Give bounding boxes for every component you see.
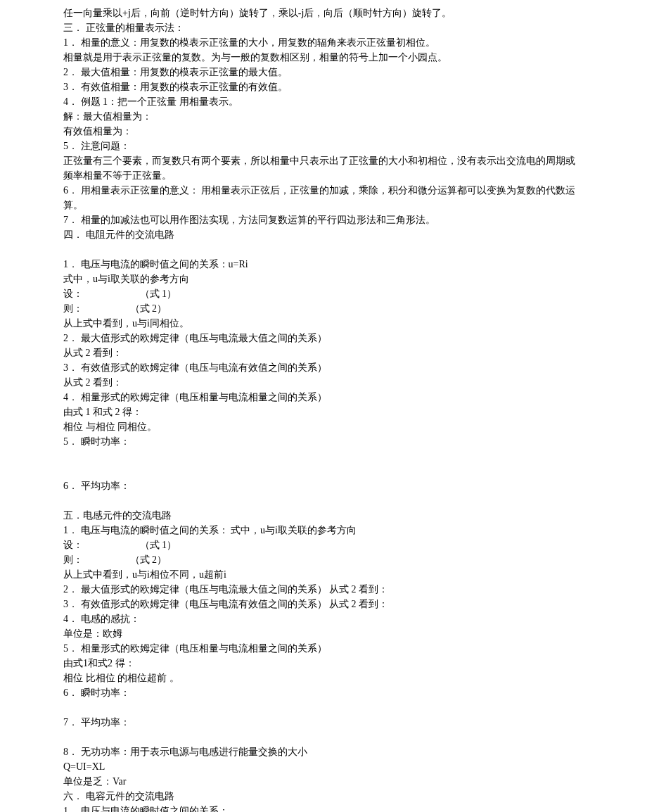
text-line: 设： （式 1）	[63, 286, 584, 301]
text-line: Q=UI=XL	[63, 759, 584, 774]
text-line: 由式1和式2 得：	[63, 656, 584, 671]
text-line	[63, 730, 584, 744]
text-line: 3． 有效值形式的欧姆定律（电压与电流有效值之间的关系）	[63, 360, 584, 375]
text-line: 从上式中看到，u与i同相位。	[63, 316, 584, 331]
text-line: 正弦量有三个要素，而复数只有两个要素，所以相量中只表示出了正弦量的大小和初相位，…	[63, 153, 584, 183]
text-line	[63, 449, 584, 464]
text-line: 有效值相量为：	[63, 124, 584, 139]
text-line: 6． 平均功率：	[63, 478, 584, 493]
text-line: 4． 相量形式的欧姆定律（电压相量与电流相量之间的关系）	[63, 390, 584, 405]
text-line	[63, 242, 584, 257]
document-content: 任一向量乘以+j后，向前（逆时针方向）旋转了，乘以-j后，向后（顺时针方向）旋转…	[63, 6, 584, 812]
text-line: 5． 瞬时功率：	[63, 434, 584, 449]
text-line: 四． 电阻元件的交流电路	[63, 227, 584, 242]
text-line: 6． 用相量表示正弦量的意义： 用相量表示正弦后，正弦量的加减，乘除，积分和微分…	[63, 183, 584, 212]
text-line: 8． 无功功率：用于表示电源与电感进行能量交换的大小	[63, 744, 584, 759]
text-line: 1． 电压与电流的瞬时值之间的关系：	[63, 804, 584, 812]
text-line: 式中，u与i取关联的参考方向	[63, 272, 584, 286]
text-line: 任一向量乘以+j后，向前（逆时针方向）旋转了，乘以-j后，向后（顺时针方向）旋转…	[63, 6, 584, 20]
text-line: 设： （式 1）	[63, 538, 584, 552]
text-line: 3． 有效值形式的欧姆定律（电压与电流有效值之间的关系） 从式 2 看到：	[63, 597, 584, 611]
text-line: 2． 最大值形式的欧姆定律（电压与电流最大值之间的关系） 从式 2 看到：	[63, 582, 584, 597]
text-line: 2． 最大值形式的欧姆定律（电压与电流最大值之间的关系）	[63, 331, 584, 345]
text-line: 相量就是用于表示正弦量的复数。为与一般的复数相区别，相量的符号上加一个小园点。	[63, 50, 584, 65]
text-line	[63, 464, 584, 478]
text-line: 单位是乏：Var	[63, 774, 584, 789]
text-line: 解：最大值相量为：	[63, 109, 584, 124]
text-line: 从式 2 看到：	[63, 345, 584, 360]
text-line: 五．电感元件的交流电路	[63, 508, 584, 523]
text-line: 三． 正弦量的相量表示法：	[63, 20, 584, 35]
text-line: 相位 比相位 的相位超前 。	[63, 671, 584, 685]
text-line: 1． 相量的意义：用复数的模表示正弦量的大小，用复数的辐角来表示正弦量初相位。	[63, 35, 584, 50]
text-line: 4． 例题 1：把一个正弦量 用相量表示。	[63, 94, 584, 109]
text-line: 由式 1 和式 2 得：	[63, 405, 584, 419]
text-line: 5． 相量形式的欧姆定律（电压相量与电流相量之间的关系）	[63, 641, 584, 656]
text-line: 7． 平均功率：	[63, 715, 584, 730]
text-line: 6． 瞬时功率：	[63, 685, 584, 700]
text-line: 1． 电压与电流的瞬时值之间的关系： 式中，u与i取关联的参考方向	[63, 523, 584, 538]
text-line: 单位是：欧姆	[63, 626, 584, 641]
text-line: 7． 相量的加减法也可以用作图法实现，方法同复数运算的平行四边形法和三角形法。	[63, 212, 584, 227]
text-line: 5． 注意问题：	[63, 139, 584, 153]
text-line: 六． 电容元件的交流电路	[63, 789, 584, 804]
text-line: 从式 2 看到：	[63, 375, 584, 390]
text-line	[63, 493, 584, 508]
text-line: 从上式中看到，u与i相位不同，u超前i	[63, 567, 584, 582]
text-line: 相位 与相位 同相位。	[63, 419, 584, 434]
text-line: 2． 最大值相量：用复数的模表示正弦量的最大值。	[63, 65, 584, 80]
text-line: 则： （式 2）	[63, 552, 584, 567]
text-line	[63, 700, 584, 715]
text-line: 1． 电压与电流的瞬时值之间的关系：u=Ri	[63, 257, 584, 272]
text-line: 4． 电感的感抗：	[63, 611, 584, 626]
text-line: 则： （式 2）	[63, 301, 584, 316]
text-line: 3． 有效值相量：用复数的模表示正弦量的有效值。	[63, 80, 584, 94]
